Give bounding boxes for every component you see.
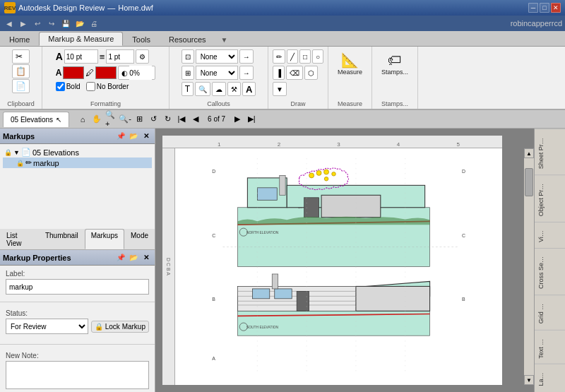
scroll-thumb[interactable]: [525, 168, 533, 196]
markups-close-btn[interactable]: ✕: [141, 131, 152, 142]
open-btn[interactable]: 📂: [73, 17, 86, 30]
props-close-btn[interactable]: ✕: [141, 252, 152, 263]
tools-btn[interactable]: ⚒: [227, 82, 241, 96]
measure-btn[interactable]: 📐 Measure: [333, 49, 367, 79]
font-btn[interactable]: A: [242, 82, 256, 96]
right-tab-text-data[interactable]: Text Data: [535, 330, 565, 364]
tree-item-markup[interactable]: 🔒 ✏ markup: [3, 158, 152, 168]
cut-btn[interactable]: ✂: [12, 49, 30, 64]
vertical-scrollbar[interactable]: ▲ ▼: [524, 148, 534, 385]
new-note-input[interactable]: [6, 361, 149, 389]
markups-folder-btn[interactable]: 📂: [128, 131, 139, 142]
tab-thumbnail[interactable]: Thumbnail: [39, 229, 85, 249]
callouts-row1: ⊡ None →: [182, 49, 254, 64]
right-tab-cross-section[interactable]: Cross Sectio...: [535, 248, 565, 295]
callout-select2[interactable]: None: [196, 66, 238, 80]
tab-markups[interactable]: Markups: [85, 229, 124, 249]
measure-icon: 📐: [341, 53, 359, 67]
expand-icon[interactable]: ▼: [13, 149, 20, 156]
tab-markup-measure[interactable]: Markup & Measure: [39, 32, 123, 46]
back-btn[interactable]: ◀: [3, 17, 16, 30]
measure-content: 📐 Measure: [333, 49, 367, 99]
no-border-check[interactable]: [86, 82, 95, 91]
last-page-btn[interactable]: ▶|: [245, 113, 258, 126]
canvas-content[interactable]: D C B A D C B ←: [175, 148, 502, 385]
status-select[interactable]: For Review Approved Rejected: [6, 319, 88, 334]
status-row: For Review Approved Rejected 🔒 Lock Mark…: [6, 319, 149, 334]
doc-tab-elevations[interactable]: 05 Elevations ↖: [3, 112, 69, 127]
cloud-btn[interactable]: ☁: [212, 82, 226, 96]
print-btn[interactable]: 🖨: [88, 17, 100, 30]
tab-mode[interactable]: Mode: [124, 229, 155, 249]
opacity-btn[interactable]: ◐: [118, 66, 155, 80]
collapse-draw-btn[interactable]: ▼: [273, 82, 287, 96]
first-page-btn[interactable]: |◀: [175, 113, 188, 126]
eraser-btn[interactable]: ⌫: [286, 66, 303, 80]
polygon-btn[interactable]: ⬡: [304, 66, 318, 80]
redo-nav-btn[interactable]: ↻: [161, 113, 174, 126]
next-page-btn[interactable]: ▶: [231, 113, 244, 126]
no-border-checkbox[interactable]: No Border: [86, 82, 129, 91]
zoom-in-btn[interactable]: 🔍+: [105, 113, 117, 126]
window-controls[interactable]: ─ □ ✕: [528, 3, 561, 13]
redo-btn[interactable]: ↪: [45, 17, 58, 30]
zoom-out-btn[interactable]: 🔍-: [119, 113, 131, 126]
opacity-icon: ◐: [121, 69, 128, 77]
copy-btn[interactable]: 📋: [12, 64, 30, 78]
scroll-down-btn[interactable]: ▼: [524, 375, 534, 385]
forward-btn[interactable]: ▶: [17, 17, 30, 30]
callout-shape2-btn[interactable]: ⊞: [182, 66, 194, 80]
rect-btn[interactable]: □: [299, 49, 311, 64]
stamps-btn[interactable]: 🏷 Stamps...: [376, 49, 413, 79]
callout-select1[interactable]: None: [196, 49, 238, 64]
zoom-window-btn[interactable]: ⊞: [133, 113, 145, 126]
text-btn[interactable]: T: [182, 82, 194, 96]
undo-nav-btn[interactable]: ↺: [147, 113, 160, 126]
tab-list-view[interactable]: List View: [0, 229, 39, 249]
line-btn[interactable]: ╱: [287, 49, 298, 64]
right-tab-grid-data[interactable]: Grid Data: [535, 295, 565, 329]
markups-pin-btn[interactable]: 📌: [115, 131, 126, 142]
undo-btn[interactable]: ↩: [31, 17, 44, 30]
line-weight-input[interactable]: [106, 49, 134, 64]
arrow-btn[interactable]: →: [239, 49, 254, 64]
pen-btn[interactable]: ✏: [273, 49, 285, 64]
lock-markup-btn[interactable]: 🔒 Lock Markup: [91, 321, 149, 333]
right-tab-object-props[interactable]: Object Prope...: [535, 174, 565, 222]
annotation-bottom: SOUTH ELEVATION: [246, 326, 279, 329]
close-btn[interactable]: ✕: [551, 3, 561, 13]
prev-page-btn[interactable]: ◀: [189, 113, 202, 126]
minimize-btn[interactable]: ─: [528, 3, 538, 13]
draw-row2: ▐ ⌫ ⬡: [273, 66, 318, 80]
right-tab-sheet-props[interactable]: Sheet Prope...: [535, 129, 565, 174]
tab-tools[interactable]: Tools: [123, 32, 160, 46]
ellipse-btn[interactable]: ○: [312, 49, 323, 64]
tree-item-elevations[interactable]: 🔒 ▼ 📄 05 Elevations: [3, 147, 152, 158]
line-style-btn[interactable]: ⚙: [136, 49, 149, 64]
save-btn[interactable]: 💾: [59, 17, 72, 30]
arrow2-btn[interactable]: →: [239, 66, 254, 80]
props-folder-btn[interactable]: 📂: [128, 252, 139, 263]
ribbon-collapse-btn[interactable]: ▼: [218, 33, 231, 46]
maximize-btn[interactable]: □: [540, 3, 549, 13]
font-color-picker[interactable]: [63, 66, 84, 79]
props-pin-btn[interactable]: 📌: [115, 252, 126, 263]
scroll-up-btn[interactable]: ▲: [524, 148, 534, 158]
tab-resources[interactable]: Resources: [160, 32, 215, 46]
fill-color-picker[interactable]: [95, 66, 117, 79]
callout-shape-btn[interactable]: ⊡: [182, 49, 194, 64]
pan-btn[interactable]: ✋: [90, 113, 103, 126]
font-size-input[interactable]: [64, 49, 98, 64]
paste-btn[interactable]: 📄: [12, 79, 30, 93]
tab-home[interactable]: Home: [0, 32, 39, 46]
right-tab-views[interactable]: Views: [535, 222, 565, 248]
bold-check[interactable]: [56, 82, 65, 91]
home-nav-btn[interactable]: ⌂: [76, 113, 89, 126]
highlight-btn[interactable]: ▐: [273, 66, 285, 80]
drawing-svg: D C B A D C B ←: [175, 148, 502, 385]
search-tools-btn[interactable]: 🔍: [195, 82, 210, 96]
label-input[interactable]: [6, 279, 149, 295]
bold-checkbox[interactable]: Bold: [56, 82, 81, 91]
right-tab-layers[interactable]: Layers: [535, 364, 565, 392]
opacity-input[interactable]: [129, 66, 152, 80]
